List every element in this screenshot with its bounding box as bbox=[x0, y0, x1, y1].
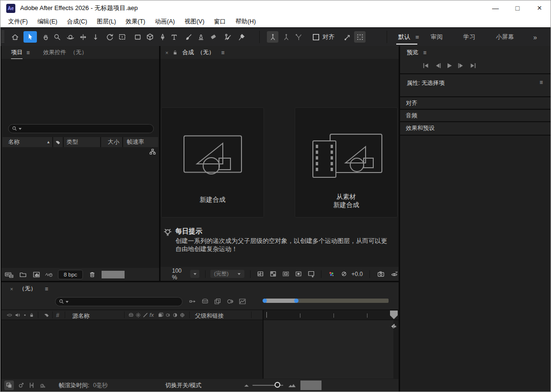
maximize-button[interactable]: □ bbox=[506, 0, 528, 16]
menu-window[interactable]: 窗口 bbox=[209, 18, 231, 26]
solo-icon[interactable] bbox=[22, 312, 28, 318]
tab-composition[interactable]: 合成 bbox=[182, 48, 194, 57]
exposure-reset-icon[interactable] bbox=[340, 270, 348, 277]
previous-frame-button[interactable] bbox=[434, 63, 442, 69]
motion-blur-icon[interactable] bbox=[226, 298, 234, 305]
eraser-tool[interactable] bbox=[207, 31, 219, 43]
workspace-tab-review[interactable]: 审阅 bbox=[431, 28, 443, 46]
column-name[interactable]: 名称 ▲ bbox=[2, 137, 53, 147]
align-checkbox[interactable] bbox=[310, 31, 321, 43]
grid-options-icon[interactable] bbox=[256, 270, 264, 277]
comp-button-icon[interactable] bbox=[390, 322, 398, 329]
bit-depth-button[interactable]: 8 bpc bbox=[58, 270, 83, 279]
source-name-column[interactable]: 源名称 bbox=[72, 312, 90, 320]
new-composition-card[interactable]: 新建合成 bbox=[161, 107, 264, 218]
comp-marker-bin[interactable] bbox=[390, 311, 398, 319]
rotate-tool[interactable] bbox=[104, 31, 115, 43]
show-snapshot-icon[interactable] bbox=[390, 270, 399, 278]
resolution-dropdown[interactable]: (完整) bbox=[210, 270, 245, 278]
section-effects-presets[interactable]: 效果和预设 bbox=[400, 121, 551, 134]
selection-tool[interactable] bbox=[23, 31, 37, 43]
new-composition-from-footage-card[interactable]: 从素材 新建合成 bbox=[295, 107, 398, 218]
transfer-controls-icon[interactable] bbox=[18, 382, 24, 389]
clone-stamp-tool[interactable] bbox=[195, 31, 207, 43]
hand-tool[interactable] bbox=[40, 31, 51, 43]
zoom-tool[interactable] bbox=[51, 31, 63, 43]
exposure-value[interactable]: +0.0 bbox=[352, 271, 363, 277]
workspace-overflow-chevron[interactable]: » bbox=[533, 28, 537, 46]
first-frame-button[interactable] bbox=[422, 63, 430, 69]
mini-flowchart-icon[interactable] bbox=[188, 298, 197, 305]
time-navigator-range[interactable] bbox=[265, 299, 296, 303]
interpret-footage-icon[interactable] bbox=[4, 270, 14, 279]
zoom-slider-knob[interactable] bbox=[275, 382, 280, 388]
menu-help[interactable]: 帮助(H) bbox=[231, 18, 261, 26]
eye-icon[interactable] bbox=[6, 312, 13, 318]
close-button[interactable]: × bbox=[528, 0, 551, 16]
column-framerate[interactable]: 帧速率 bbox=[123, 137, 158, 147]
color-settings-icon[interactable] bbox=[45, 271, 53, 278]
home-tool[interactable] bbox=[9, 31, 21, 43]
minimize-button[interactable]: — bbox=[484, 0, 506, 16]
world-axis-mode-tool[interactable] bbox=[280, 31, 292, 43]
project-flowchart-icon[interactable] bbox=[149, 148, 156, 155]
shape-cube-tool[interactable] bbox=[144, 31, 156, 43]
zoom-out-mountain-icon[interactable] bbox=[243, 383, 250, 388]
tab-preview[interactable]: 预览 bbox=[407, 48, 418, 57]
magnification-value[interactable]: 100 % bbox=[172, 267, 184, 281]
delete-icon[interactable] bbox=[89, 271, 96, 278]
graph-editor-icon[interactable] bbox=[238, 298, 247, 305]
timeline-panel-menu-icon[interactable]: ≡ bbox=[45, 286, 48, 292]
pen-tool[interactable] bbox=[157, 31, 168, 43]
menu-view[interactable]: 视图(V) bbox=[180, 18, 209, 26]
project-panel-menu-icon[interactable]: ≡ bbox=[26, 49, 30, 56]
puppet-pin-tool[interactable] bbox=[235, 31, 247, 43]
magnification-dropdown[interactable] bbox=[190, 270, 199, 278]
orbit-camera-tool[interactable] bbox=[65, 31, 76, 43]
next-frame-button[interactable] bbox=[457, 63, 465, 69]
column-label-color[interactable] bbox=[53, 137, 64, 147]
menu-animation[interactable]: 动画(A) bbox=[150, 18, 180, 26]
column-size[interactable]: 大小 bbox=[101, 137, 123, 147]
in-out-columns-icon[interactable] bbox=[28, 382, 35, 389]
lock-column-icon[interactable] bbox=[29, 312, 34, 318]
comp-tab-close-icon[interactable]: × bbox=[165, 50, 168, 56]
pan-camera-tool[interactable] bbox=[77, 31, 89, 43]
navigator-start-handle[interactable] bbox=[263, 299, 267, 303]
audio-icon[interactable] bbox=[14, 312, 21, 318]
roto-brush-tool[interactable] bbox=[222, 31, 233, 43]
time-ruler[interactable] bbox=[263, 310, 399, 320]
timeline-zoom-slider[interactable] bbox=[253, 385, 283, 386]
toggle-switches-modes-button[interactable]: 切换开关/模式 bbox=[165, 381, 201, 390]
properties-panel-menu-icon[interactable]: ≡ bbox=[540, 79, 543, 86]
label-column-icon[interactable] bbox=[44, 312, 50, 318]
timeline-track-area[interactable] bbox=[263, 320, 393, 379]
new-composition-icon[interactable] bbox=[32, 271, 41, 278]
camera-tool[interactable] bbox=[116, 31, 128, 43]
frame-blending-icon[interactable] bbox=[213, 298, 222, 305]
region-of-interest-icon[interactable] bbox=[282, 270, 290, 277]
preview-panel-menu-icon[interactable]: ≡ bbox=[423, 49, 426, 56]
workspace-tab-small-screen[interactable]: 小屏幕 bbox=[496, 28, 514, 46]
tab-effect-controls[interactable]: 效果控件 bbox=[43, 48, 66, 57]
zoom-in-mountains-icon[interactable] bbox=[288, 382, 297, 388]
workspace-tab-learn[interactable]: 学习 bbox=[463, 28, 475, 46]
mask-visibility-icon[interactable] bbox=[295, 270, 302, 277]
pointer-arrow-icon[interactable] bbox=[342, 31, 353, 43]
view-axis-mode-tool[interactable] bbox=[293, 31, 304, 43]
navigator-end-handle[interactable] bbox=[294, 299, 298, 303]
menu-edit[interactable]: 编辑(E) bbox=[33, 18, 62, 26]
pixel-aspect-icon[interactable] bbox=[307, 270, 315, 278]
render-time-icon[interactable] bbox=[39, 382, 46, 389]
timeline-horizontal-scrollbar[interactable] bbox=[300, 380, 321, 390]
transparency-grid-icon[interactable] bbox=[269, 270, 277, 277]
parent-link-column[interactable]: 父级和链接 bbox=[195, 312, 224, 320]
timeline-search-input[interactable] bbox=[55, 297, 183, 306]
timeline-tab-close-icon[interactable]: × bbox=[10, 286, 13, 292]
menu-effect[interactable]: 效果(T) bbox=[121, 18, 150, 26]
menu-composition[interactable]: 合成(C) bbox=[62, 18, 92, 26]
time-navigator[interactable] bbox=[263, 299, 389, 303]
tab-timeline-none[interactable]: （无） bbox=[19, 285, 36, 293]
section-align[interactable]: 对齐 bbox=[400, 96, 551, 109]
last-frame-button[interactable] bbox=[469, 63, 477, 69]
